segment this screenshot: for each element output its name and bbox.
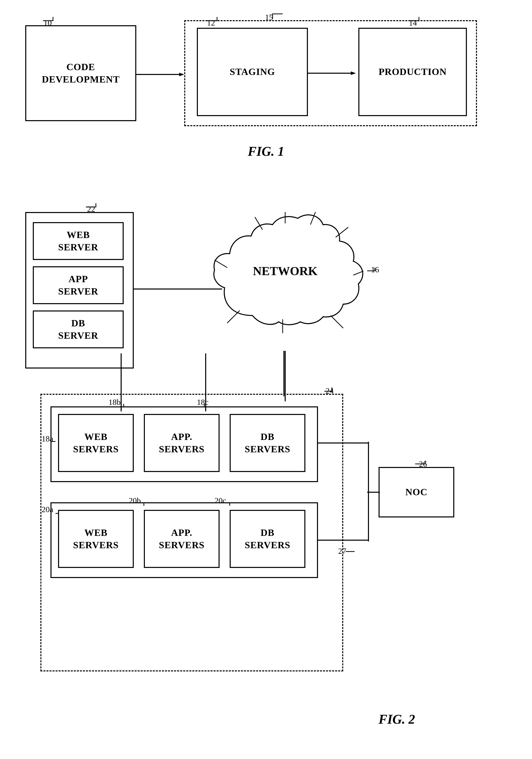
bracket-27	[345, 550, 357, 554]
line-cloud-18b	[120, 353, 122, 412]
bracket-14	[406, 16, 421, 23]
ref-20c: 20c	[214, 496, 226, 505]
production-box: PRODUCTION	[359, 28, 467, 116]
web-servers-top-box: WEBSERVERS	[58, 414, 134, 472]
line-cloud-18c	[205, 353, 207, 412]
svg-marker-3	[351, 71, 356, 75]
ref-20a: 20a	[42, 505, 53, 514]
arrow-fig1-2	[308, 71, 359, 76]
bracket-26	[414, 459, 427, 467]
svg-line-9	[227, 310, 240, 323]
svg-marker-1	[179, 73, 184, 76]
line-cloud-center	[283, 351, 285, 396]
bracket-18a	[51, 440, 56, 443]
svg-text:NETWORK: NETWORK	[253, 264, 318, 278]
db-servers-bot-box: DBSERVERS	[230, 510, 305, 568]
app-servers-top-box: APP.SERVERS	[144, 414, 219, 472]
staging-box: STAGING	[197, 28, 308, 116]
line-noc-left	[367, 491, 380, 494]
bracket-20c	[227, 502, 232, 506]
bracket-12	[205, 16, 219, 23]
app-server-box: APPSERVER	[33, 266, 124, 304]
bracket-24	[323, 386, 333, 394]
bracket-20b	[141, 502, 146, 506]
line-botrow-noc	[318, 539, 368, 541]
ref-20b: 20b	[129, 496, 141, 505]
page: 10 CODE DEVELOPMENT 15 12 STAGING 14 PRO…	[0, 0, 532, 759]
noc-box: NOC	[379, 467, 454, 517]
web-servers-bot-box: WEBSERVERS	[58, 510, 134, 568]
svg-line-11	[331, 315, 343, 328]
db-servers-top-box: DBSERVERS	[230, 414, 305, 472]
ref-18b: 18b	[108, 398, 121, 407]
app-servers-bot-box: APP.SERVERS	[144, 510, 219, 568]
web-server-box: WEBSERVER	[33, 222, 124, 260]
network-cloud: NETWORK	[207, 210, 363, 356]
arrow-fig1-1	[136, 72, 187, 77]
code-dev-box: CODE DEVELOPMENT	[25, 25, 136, 121]
db-server-box: DBSERVER	[33, 310, 124, 348]
bracket-16	[366, 266, 376, 273]
fig1-label: FIG. 1	[0, 144, 532, 159]
line-toprow-noc	[318, 442, 368, 444]
bracket-22	[83, 202, 98, 210]
fig2-label: FIG. 2	[379, 712, 505, 727]
bracket-15	[270, 11, 285, 21]
bracket-10	[40, 16, 56, 23]
